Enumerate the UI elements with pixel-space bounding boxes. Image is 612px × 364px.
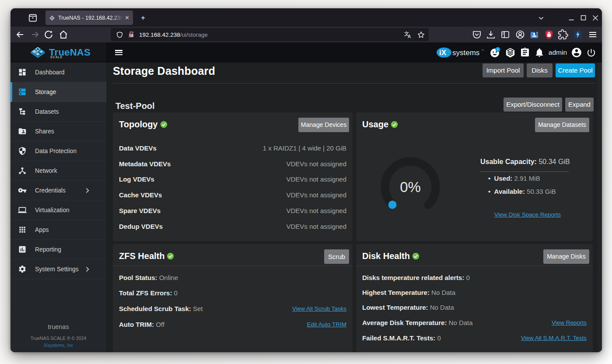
- svg-text:0%: 0%: [400, 179, 421, 195]
- svg-text:A: A: [408, 34, 411, 39]
- svg-text:iX: iX: [439, 49, 447, 57]
- svg-text:™: ™: [481, 49, 484, 52]
- svg-text:systems: systems: [452, 49, 479, 57]
- svg-text:0: 0: [536, 31, 539, 35]
- svg-text:+: +: [497, 47, 499, 52]
